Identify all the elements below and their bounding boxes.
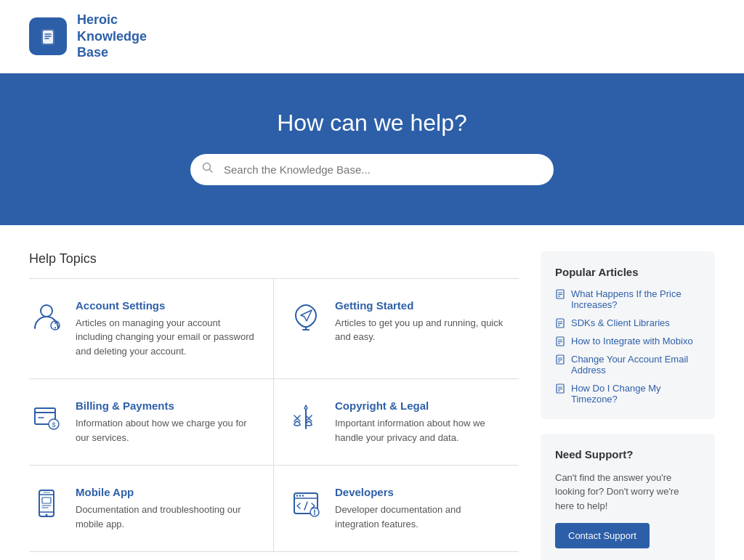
mobile-icon xyxy=(29,486,64,521)
topic-getting-started[interactable]: Getting Started Articles to get you up a… xyxy=(274,279,519,380)
popular-article-3[interactable]: Change Your Account Email Address xyxy=(555,354,700,376)
developers-icon xyxy=(288,486,323,521)
getting-started-text: Getting Started Articles to get you up a… xyxy=(335,299,504,344)
site-header: Heroic Knowledge Base xyxy=(0,0,744,73)
popular-articles-title: Popular Articles xyxy=(555,266,700,278)
account-settings-text: Account Settings Articles on managing yo… xyxy=(76,299,259,359)
popular-article-0[interactable]: What Happens If the Price Increases? xyxy=(555,288,700,310)
logo-box xyxy=(29,17,67,55)
legal-text: Copyright & Legal Important information … xyxy=(335,399,504,445)
topic-legal[interactable]: Copyright & Legal Important information … xyxy=(274,379,519,466)
svg-rect-22 xyxy=(43,492,50,493)
site-title: Heroic Knowledge Base xyxy=(77,12,147,61)
svg-point-28 xyxy=(296,495,298,496)
topic-billing[interactable]: $ Billing & Payments Information about h… xyxy=(29,379,274,466)
legal-icon xyxy=(288,399,323,434)
article-icon xyxy=(555,384,565,394)
hero-title: How can we help? xyxy=(29,110,715,137)
svg-point-34 xyxy=(314,514,315,515)
article-icon xyxy=(555,289,565,299)
svg-rect-23 xyxy=(42,498,51,503)
svg-line-31 xyxy=(304,502,307,510)
main-content: Help Topics Account Settings Articles on xyxy=(0,225,744,561)
svg-text:$: $ xyxy=(52,421,55,429)
topics-grid: Account Settings Articles on managing yo… xyxy=(29,279,519,553)
search-container xyxy=(190,154,554,185)
svg-point-30 xyxy=(302,495,304,496)
popular-article-2[interactable]: How to Integrate with Mobixo xyxy=(555,336,700,346)
billing-text: Billing & Payments Information about how… xyxy=(76,399,259,445)
billing-icon: $ xyxy=(29,399,64,434)
article-icon xyxy=(555,318,565,328)
getting-started-icon xyxy=(288,299,323,334)
popular-articles-list: What Happens If the Price Increases? SDK… xyxy=(555,288,700,405)
svg-point-21 xyxy=(46,514,48,516)
search-input[interactable] xyxy=(190,154,554,185)
popular-article-1[interactable]: SDKs & Client Libraries xyxy=(555,317,700,328)
support-card: Need Support? Can't find the answer you'… xyxy=(541,434,715,561)
popular-articles-card: Popular Articles What Happens If the Pri… xyxy=(541,251,715,419)
sidebar: Popular Articles What Happens If the Pri… xyxy=(541,251,715,561)
popular-article-4[interactable]: How Do I Change My Timezone? xyxy=(555,383,700,405)
svg-point-29 xyxy=(299,495,301,496)
developers-text: Developers Developer documentation and i… xyxy=(335,486,504,531)
mobile-text: Mobile App Documentation and troubleshoo… xyxy=(76,486,259,531)
svg-point-8 xyxy=(41,305,52,317)
support-text: Can't find the answer you're looking for… xyxy=(555,471,700,514)
topic-mobile[interactable]: Mobile App Documentation and troubleshoo… xyxy=(29,466,274,552)
article-icon xyxy=(555,336,565,346)
search-icon xyxy=(202,162,214,176)
topics-area: Help Topics Account Settings Articles on xyxy=(29,251,519,561)
hero-section: How can we help? xyxy=(0,73,744,225)
svg-line-7 xyxy=(210,170,213,173)
svg-rect-2 xyxy=(43,31,53,44)
account-settings-icon xyxy=(29,299,64,334)
topics-heading: Help Topics xyxy=(29,251,519,267)
support-title: Need Support? xyxy=(555,448,700,460)
topic-account-settings[interactable]: Account Settings Articles on managing yo… xyxy=(29,279,274,380)
article-icon xyxy=(555,354,565,365)
logo-icon xyxy=(36,25,60,48)
contact-support-button[interactable]: Contact Support xyxy=(555,523,650,548)
topic-developers[interactable]: Developers Developer documentation and i… xyxy=(274,466,519,552)
